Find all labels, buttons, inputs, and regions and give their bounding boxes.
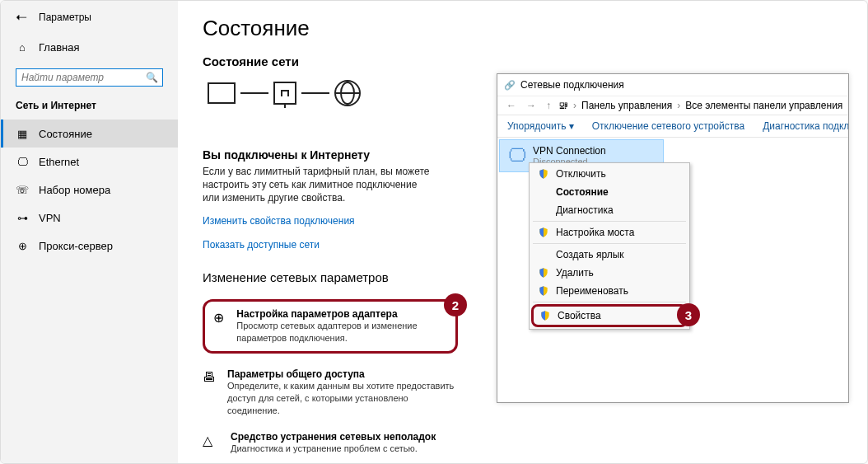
sidebar-item-label: Набор номера (39, 184, 110, 196)
ctx-separator (533, 243, 686, 244)
nav-up-icon[interactable]: ↑ (544, 100, 553, 111)
sidebar-item-label: Состояние (39, 128, 92, 140)
vpn-connection-icon: 🖵 (508, 145, 526, 166)
search-input[interactable] (21, 72, 146, 83)
sidebar: 🠐 Параметры ⌂ Главная 🔍 Сеть и Интернет … (1, 1, 178, 463)
vpn-icon: ⊶ (16, 211, 29, 224)
sidebar-item-label: VPN (39, 212, 61, 224)
nav-forward-icon[interactable]: → (524, 100, 539, 111)
sidebar-item-ethernet[interactable]: 🖵 Ethernet (1, 148, 178, 176)
search-input-wrapper[interactable]: 🔍 (16, 68, 163, 87)
window-title: Параметры (39, 12, 91, 23)
ctx-separator (533, 302, 686, 302)
toolbar-organize[interactable]: Упорядочить ▾ (507, 120, 574, 132)
page-title: Состояние (203, 16, 842, 41)
option-desc: Диагностика и устранение проблем с сетью… (231, 443, 436, 455)
shield-icon (538, 168, 549, 180)
search-icon: 🔍 (146, 72, 158, 83)
breadcrumb-item[interactable]: Панель управления (581, 100, 672, 111)
option-adapter-settings[interactable]: ⊕ Настройка параметров адаптера Просмотр… (203, 299, 458, 354)
popup-title-text: Сетевые подключения (520, 79, 624, 91)
ctx-label: Переименовать (556, 285, 628, 297)
globe-icon (334, 80, 361, 106)
connected-desc: Если у вас лимитный тарифный план, вы мо… (203, 165, 433, 205)
sidebar-item-label: Прокси-сервер (39, 240, 113, 252)
ethernet-icon: 🖵 (16, 155, 29, 168)
shield-icon (538, 227, 549, 238)
ctx-label: Состояние (556, 186, 609, 198)
main-content: Состояние Состояние сети Ethernet Общест… (178, 1, 867, 463)
sidebar-item-dialup[interactable]: ☏ Набор номера (1, 176, 178, 204)
step-badge-3: 3 (677, 303, 700, 326)
sharing-icon: 🖶 (203, 368, 216, 417)
sidebar-section-label: Сеть и Интернет (1, 96, 178, 120)
net-status-heading: Состояние сети (203, 54, 842, 68)
network-icon: 🔗 (504, 80, 516, 91)
dialup-icon: ☏ (16, 183, 29, 196)
shield-icon (539, 310, 551, 321)
warning-icon: △ (203, 431, 219, 455)
option-title: Параметры общего доступа (227, 368, 458, 380)
back-icon[interactable]: 🠐 (16, 11, 27, 24)
ctx-shortcut[interactable]: Создать ярлык (530, 246, 689, 264)
breadcrumb-item[interactable]: Все элементы панели управления (685, 100, 842, 111)
option-desc: Просмотр сетевых адаптеров и изменение п… (236, 320, 447, 344)
toolbar-disable[interactable]: Отключение сетевого устройства (592, 120, 744, 132)
ctx-diagnose[interactable]: Диагностика (530, 201, 689, 219)
shield-icon (538, 285, 549, 297)
option-sharing[interactable]: 🖶 Параметры общего доступа Определите, к… (203, 368, 458, 417)
proxy-icon: ⊕ (16, 239, 29, 252)
ctx-properties[interactable]: Свойства 3 (531, 304, 688, 327)
connection-line-icon (301, 92, 329, 94)
sidebar-item-proxy[interactable]: ⊕ Прокси-сервер (1, 232, 178, 260)
option-title: Средство устранения сетевых неполадок (231, 431, 436, 443)
connection-line-icon (240, 92, 268, 94)
sidebar-home[interactable]: ⌂ Главная (1, 34, 178, 60)
ctx-delete[interactable]: Удалить (530, 264, 689, 282)
ctx-label: Удалить (556, 267, 594, 279)
ctx-label: Создать ярлык (556, 249, 624, 260)
popup-breadcrumb: ← → ↑ 🖳 › Панель управления › Все элемен… (497, 96, 848, 115)
sidebar-home-label: Главная (39, 41, 79, 54)
adapter-icon: ⊕ (213, 308, 225, 344)
popup-titlebar: 🔗 Сетевые подключения (497, 74, 848, 96)
link-show-nets[interactable]: Показать доступные сети (203, 239, 320, 251)
ctx-rename[interactable]: Переименовать (530, 282, 689, 300)
network-connections-window: 🔗 Сетевые подключения ← → ↑ 🖳 › Панель у… (497, 73, 849, 403)
ctx-label: Свойства (558, 310, 601, 321)
ctx-disconnect[interactable]: Отключить (530, 165, 689, 183)
step-badge-2: 2 (444, 293, 467, 316)
computer-icon (208, 82, 236, 104)
link-change-props[interactable]: Изменить свойства подключения (203, 215, 355, 227)
nav-back-icon[interactable]: ← (504, 100, 519, 111)
ctx-status[interactable]: Состояние (530, 183, 689, 201)
sidebar-item-label: Ethernet (39, 156, 79, 168)
control-panel-icon: 🖳 (558, 100, 568, 111)
option-title: Настройка параметров адаптера (236, 308, 447, 320)
home-icon: ⌂ (16, 40, 29, 54)
ctx-separator (533, 221, 686, 222)
vpn-name: VPN Connection (533, 145, 606, 157)
shield-icon (538, 267, 549, 279)
ctx-label: Настройка моста (556, 227, 634, 238)
sidebar-item-vpn[interactable]: ⊶ VPN (1, 204, 178, 232)
option-desc: Определите, к каким данным вы хотите пре… (227, 380, 458, 417)
ctx-bridge[interactable]: Настройка моста (530, 223, 689, 241)
popup-body: 🖵 VPN Connection Disconnected Отключить … (497, 139, 848, 172)
popup-toolbar: Упорядочить ▾ Отключение сетевого устрой… (497, 115, 848, 138)
context-menu: Отключить Состояние Диагностика Настройк… (529, 162, 690, 330)
sidebar-item-status[interactable]: ▦ Состояние (1, 120, 178, 148)
ctx-label: Отключить (556, 168, 606, 180)
toolbar-diagnose[interactable]: Диагностика подключения (763, 120, 848, 132)
option-troubleshoot[interactable]: △ Средство устранения сетевых неполадок … (203, 431, 458, 455)
ctx-label: Диагностика (556, 204, 614, 216)
status-icon: ▦ (16, 127, 29, 140)
ethernet-adapter-icon (273, 82, 296, 105)
